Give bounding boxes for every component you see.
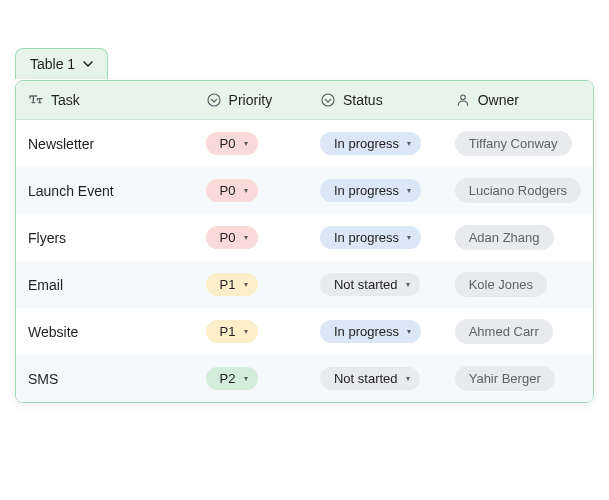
status-pill[interactable]: In progress▾ <box>320 320 421 343</box>
svg-point-2 <box>460 95 465 100</box>
priority-cell: P0▾ <box>194 167 308 214</box>
caret-down-icon: ▾ <box>244 139 248 148</box>
owner-pill[interactable]: Luciano Rodgers <box>455 178 581 203</box>
priority-pill[interactable]: P0▾ <box>206 132 258 155</box>
status-cell: Not started▾ <box>308 261 443 308</box>
owner-label: Adan Zhang <box>469 230 540 245</box>
priority-label: P1 <box>220 324 236 339</box>
priority-pill[interactable]: P0▾ <box>206 226 258 249</box>
status-label: Not started <box>334 371 398 386</box>
status-pill[interactable]: Not started▾ <box>320 367 420 390</box>
svg-point-0 <box>208 94 220 106</box>
status-cell: In progress▾ <box>308 120 443 168</box>
column-header-label: Task <box>51 92 80 108</box>
task-label: Email <box>28 277 63 293</box>
caret-down-icon: ▾ <box>244 233 248 242</box>
priority-label: P0 <box>220 230 236 245</box>
priority-pill[interactable]: P1▾ <box>206 273 258 296</box>
owner-pill[interactable]: Kole Jones <box>455 272 547 297</box>
table-tab-label: Table 1 <box>30 56 75 72</box>
task-label: Newsletter <box>28 136 94 152</box>
caret-down-icon: ▾ <box>406 280 410 289</box>
task-cell[interactable]: Email <box>16 261 194 308</box>
owner-label: Yahir Berger <box>469 371 541 386</box>
owner-label: Luciano Rodgers <box>469 183 567 198</box>
owner-cell: Tiffany Conway <box>443 120 593 168</box>
priority-cell: P1▾ <box>194 261 308 308</box>
status-cell: In progress▾ <box>308 308 443 355</box>
priority-cell: P1▾ <box>194 308 308 355</box>
caret-down-icon: ▾ <box>244 280 248 289</box>
status-pill[interactable]: In progress▾ <box>320 226 421 249</box>
task-cell[interactable]: Flyers <box>16 214 194 261</box>
caret-down-icon: ▾ <box>244 374 248 383</box>
owner-label: Kole Jones <box>469 277 533 292</box>
caret-down-icon: ▾ <box>407 233 411 242</box>
owner-cell: Yahir Berger <box>443 355 593 402</box>
owner-label: Tiffany Conway <box>469 136 558 151</box>
task-cell[interactable]: Website <box>16 308 194 355</box>
table-row: SMSP2▾Not started▾Yahir Berger <box>16 355 593 402</box>
chevron-down-icon <box>83 59 93 69</box>
status-pill[interactable]: Not started▾ <box>320 273 420 296</box>
status-label: In progress <box>334 230 399 245</box>
table-row: NewsletterP0▾In progress▾Tiffany Conway <box>16 120 593 168</box>
table-row: FlyersP0▾In progress▾Adan Zhang <box>16 214 593 261</box>
priority-pill[interactable]: P2▾ <box>206 367 258 390</box>
task-label: SMS <box>28 371 58 387</box>
task-label: Website <box>28 324 78 340</box>
dropdown-icon <box>320 92 336 108</box>
status-cell: In progress▾ <box>308 214 443 261</box>
column-header-label: Status <box>343 92 383 108</box>
caret-down-icon: ▾ <box>407 139 411 148</box>
column-header-owner[interactable]: Owner <box>443 81 593 120</box>
priority-cell: P2▾ <box>194 355 308 402</box>
priority-cell: P0▾ <box>194 214 308 261</box>
status-label: In progress <box>334 324 399 339</box>
column-header-status[interactable]: Status <box>308 81 443 120</box>
caret-down-icon: ▾ <box>407 327 411 336</box>
owner-cell: Luciano Rodgers <box>443 167 593 214</box>
priority-cell: P0▾ <box>194 120 308 168</box>
status-cell: In progress▾ <box>308 167 443 214</box>
caret-down-icon: ▾ <box>244 186 248 195</box>
caret-down-icon: ▾ <box>244 327 248 336</box>
table-tab[interactable]: Table 1 <box>15 48 108 79</box>
owner-pill[interactable]: Ahmed Carr <box>455 319 553 344</box>
priority-label: P1 <box>220 277 236 292</box>
status-label: In progress <box>334 183 399 198</box>
column-header-priority[interactable]: Priority <box>194 81 308 120</box>
status-label: In progress <box>334 136 399 151</box>
column-header-label: Owner <box>478 92 519 108</box>
owner-pill[interactable]: Adan Zhang <box>455 225 554 250</box>
owner-pill[interactable]: Yahir Berger <box>455 366 555 391</box>
priority-label: P2 <box>220 371 236 386</box>
priority-pill[interactable]: P1▾ <box>206 320 258 343</box>
owner-pill[interactable]: Tiffany Conway <box>455 131 572 156</box>
text-icon <box>28 92 44 108</box>
column-header-task[interactable]: Task <box>16 81 194 120</box>
task-label: Launch Event <box>28 183 114 199</box>
table-row: WebsiteP1▾In progress▾Ahmed Carr <box>16 308 593 355</box>
priority-label: P0 <box>220 183 236 198</box>
owner-cell: Adan Zhang <box>443 214 593 261</box>
status-pill[interactable]: In progress▾ <box>320 132 421 155</box>
table-row: Launch EventP0▾In progress▾Luciano Rodge… <box>16 167 593 214</box>
status-label: Not started <box>334 277 398 292</box>
task-cell[interactable]: Launch Event <box>16 167 194 214</box>
caret-down-icon: ▾ <box>407 186 411 195</box>
priority-pill[interactable]: P0▾ <box>206 179 258 202</box>
owner-cell: Kole Jones <box>443 261 593 308</box>
column-header-label: Priority <box>229 92 273 108</box>
task-cell[interactable]: SMS <box>16 355 194 402</box>
owner-cell: Ahmed Carr <box>443 308 593 355</box>
caret-down-icon: ▾ <box>406 374 410 383</box>
table-row: EmailP1▾Not started▾Kole Jones <box>16 261 593 308</box>
svg-point-1 <box>322 94 334 106</box>
priority-label: P0 <box>220 136 236 151</box>
task-cell[interactable]: Newsletter <box>16 120 194 168</box>
data-table: Task Priority Status <box>15 80 594 403</box>
status-cell: Not started▾ <box>308 355 443 402</box>
person-icon <box>455 92 471 108</box>
status-pill[interactable]: In progress▾ <box>320 179 421 202</box>
